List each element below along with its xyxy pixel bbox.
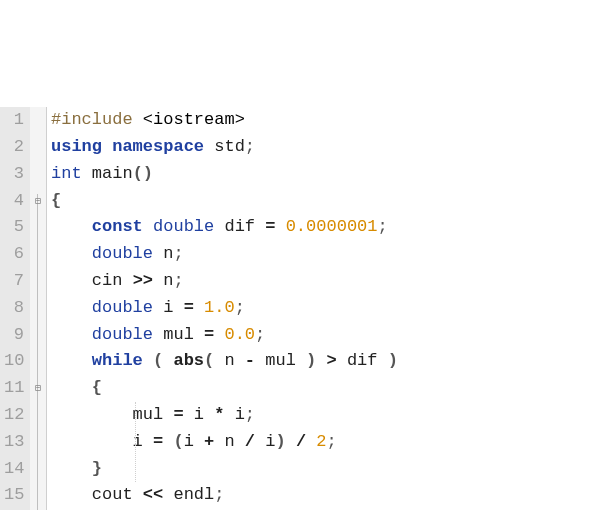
code-line: { <box>51 188 398 215</box>
fold-collapse-icon[interactable]: ⊟ <box>32 375 44 402</box>
line-number: 8 <box>4 295 24 322</box>
code-line: cout << endl; <box>51 482 398 509</box>
code-line: while ( abs( n - mul ) > dif ) <box>51 348 398 375</box>
code-area[interactable]: #include <iostream>using namespace std;i… <box>47 107 398 510</box>
code-line: int main() <box>51 161 398 188</box>
code-line: double i = 1.0; <box>51 295 398 322</box>
code-line: mul = i * i; <box>51 402 398 429</box>
code-line: i = (i + n / i) / 2; <box>51 429 398 456</box>
indent-guide <box>135 402 136 482</box>
line-number: 9 <box>4 322 24 349</box>
code-line: { <box>51 375 398 402</box>
line-number: 11 <box>4 375 24 402</box>
code-line: using namespace std; <box>51 134 398 161</box>
line-number: 2 <box>4 134 24 161</box>
line-number: 10 <box>4 348 24 375</box>
line-number: 14 <box>4 456 24 483</box>
fold-column: ⊟⊟ <box>30 107 47 510</box>
code-line: #include <iostream> <box>51 107 398 134</box>
code-line: } <box>51 456 398 483</box>
code-line: double mul = 0.0; <box>51 322 398 349</box>
fold-collapse-icon[interactable]: ⊟ <box>32 188 44 215</box>
line-number: 6 <box>4 241 24 268</box>
line-number: 15 <box>4 482 24 509</box>
line-number: 4 <box>4 188 24 215</box>
line-number: 5 <box>4 214 24 241</box>
code-line: const double dif = 0.0000001; <box>51 214 398 241</box>
line-number: 3 <box>4 161 24 188</box>
line-number: 12 <box>4 402 24 429</box>
line-number: 7 <box>4 268 24 295</box>
line-number-gutter: 12345678910111213141516171819 <box>0 107 30 510</box>
code-editor: 12345678910111213141516171819 ⊟⊟ #includ… <box>0 107 615 510</box>
code-line: double n; <box>51 241 398 268</box>
code-line: cin >> n; <box>51 268 398 295</box>
line-number: 13 <box>4 429 24 456</box>
line-number: 1 <box>4 107 24 134</box>
